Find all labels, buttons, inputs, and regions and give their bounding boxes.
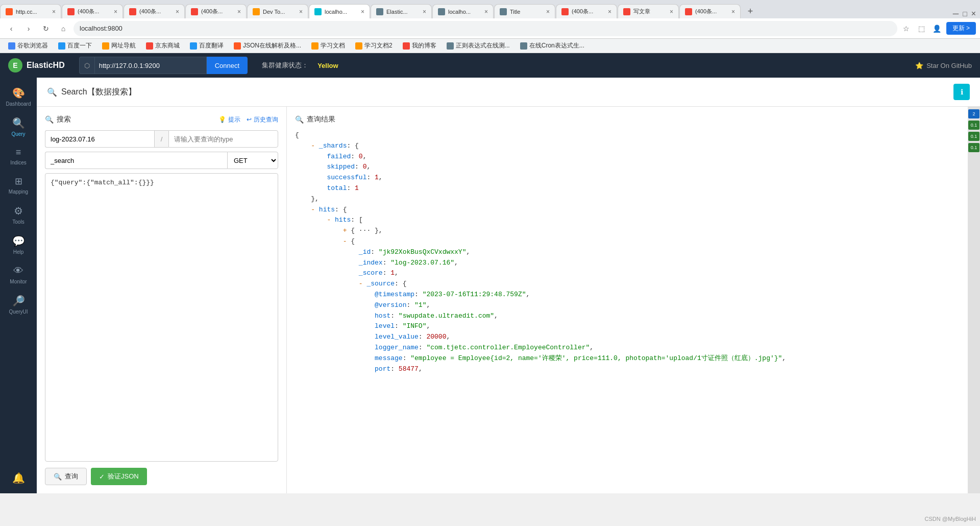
forward-button[interactable]: › [21, 21, 36, 36]
tab-close-1[interactable]: × [52, 8, 56, 15]
profile-icon[interactable]: 👤 [931, 22, 943, 35]
tab-close-5[interactable]: × [299, 8, 303, 15]
query-editor[interactable]: {"query":{"match_all":{}}} [45, 173, 278, 462]
sidebar-item-help[interactable]: 💬 Help [0, 230, 37, 260]
sidebar-label-query: Query [11, 131, 25, 137]
bookmark-nav[interactable]: 网址导航 [98, 40, 140, 51]
bookmark-json[interactable]: JSON在线解析及格... [230, 40, 305, 51]
bookmark-baidu[interactable]: 百度一下 [54, 40, 96, 51]
hint-link[interactable]: 💡 提示 [218, 115, 240, 124]
bookmark-docs1[interactable]: 学习文档 [307, 40, 349, 51]
tab-close-11[interactable]: × [670, 8, 673, 15]
tab-7[interactable]: Elastic... × [371, 4, 432, 18]
app: E ElasticHD ⬡ Connect 集群健康状态： Yellow ⭐ S… [0, 53, 980, 493]
mini-btn-4[interactable]: 0.1 [968, 143, 979, 152]
connect-button[interactable]: Connect [207, 57, 248, 74]
validate-json-button[interactable]: ✓ 验证JSON [91, 468, 147, 485]
mini-btn-1[interactable]: 2 [968, 109, 979, 118]
search-button[interactable]: 🔍 查询 [45, 468, 87, 485]
tab-close-10[interactable]: × [608, 8, 611, 15]
sidebar-item-monitor[interactable]: 👁 Monitor [0, 260, 37, 290]
index-input[interactable] [45, 130, 154, 148]
history-link[interactable]: ↩ 历史查询 [247, 115, 278, 124]
tab-favicon-12 [685, 8, 692, 15]
tab-close-7[interactable]: × [423, 8, 426, 15]
info-button[interactable]: ℹ [953, 84, 970, 100]
sidebar-label-mapping: Mapping [9, 189, 28, 195]
tab-favicon-8 [438, 8, 445, 15]
extension-icon[interactable]: ⬚ [916, 22, 928, 35]
sidebar-item-mapping[interactable]: ⊞ Mapping [0, 171, 37, 200]
bookmark-regex[interactable]: 正则表达式在线测... [443, 40, 514, 51]
tab-title-9: Title [510, 9, 544, 15]
bookmark-google[interactable]: 谷歌浏览器 [4, 40, 52, 51]
tab-close-9[interactable]: × [546, 8, 550, 15]
cluster-url-input[interactable] [94, 57, 207, 74]
reload-button[interactable]: ↻ [39, 21, 53, 36]
result-content: { - _shards: { failed: 0, skipped: 0, su… [295, 130, 960, 374]
bookmark-icon-google [8, 42, 15, 50]
minimize-button[interactable]: ─ [953, 9, 959, 18]
search-button-label: 查询 [65, 472, 78, 481]
search-label-icon: 🔍 [45, 115, 54, 124]
sidebar-item-queryui[interactable]: 🔎 QueryUI [0, 290, 37, 320]
mini-btn-3[interactable]: 0.1 [968, 132, 979, 141]
github-link[interactable]: ⭐ Star On GitHub [915, 62, 972, 69]
tab-close-4[interactable]: × [237, 8, 241, 15]
tab-6[interactable]: localho... × [309, 4, 370, 18]
sidebar-item-indices[interactable]: ≡ Indices [0, 142, 37, 171]
bookmark-cron[interactable]: 在线Cron表达式生... [516, 40, 589, 51]
tab-4[interactable]: (400条... × [185, 4, 247, 18]
sidebar-item-notification[interactable]: 🔔 [12, 467, 25, 489]
bookmark-blog[interactable]: 我的博客 [399, 40, 440, 51]
tab-2[interactable]: (400条... × [62, 4, 123, 18]
cluster-status-badge: Yellow [317, 62, 338, 69]
top-nav: E ElasticHD ⬡ Connect 集群健康状态： Yellow ⭐ S… [0, 53, 980, 78]
tab-9[interactable]: Title × [494, 4, 555, 18]
url-input[interactable]: localhost:9800 [74, 21, 897, 36]
bookmark-jd[interactable]: 京东商城 [142, 40, 184, 51]
type-input[interactable] [168, 130, 278, 148]
home-button[interactable]: ⌂ [56, 21, 70, 36]
bookmark-icon-cron [520, 42, 527, 50]
bookmark-translate[interactable]: 百度翻译 [186, 40, 228, 51]
tab-favicon-1 [6, 8, 13, 15]
logo: E ElasticHD [8, 58, 65, 73]
tab-close-12[interactable]: × [731, 8, 735, 15]
tab-title-6: localho... [325, 9, 359, 15]
main-layout: 🎨 Dashboard 🔍 Query ≡ Indices ⊞ Mapping … [0, 78, 980, 493]
sidebar-item-dashboard[interactable]: 🎨 Dashboard [0, 82, 37, 112]
sidebar-item-query[interactable]: 🔍 Query [0, 112, 37, 142]
mini-btn-2[interactable]: 0.1 [968, 121, 979, 130]
search-title-icon: 🔍 [47, 87, 57, 97]
queryui-icon: 🔎 [12, 295, 25, 307]
maximize-button[interactable]: □ [963, 10, 967, 18]
tab-8[interactable]: localho... × [432, 4, 494, 18]
sidebar-item-tools[interactable]: ⚙ Tools [0, 200, 37, 230]
tab-5[interactable]: Dev To... × [247, 4, 308, 18]
bookmarks-bar: 谷歌浏览器 百度一下 网址导航 京东商城 百度翻译 JSON在线解析及格... … [0, 39, 980, 53]
tab-1[interactable]: http.cc... × [0, 4, 61, 18]
method-select[interactable]: GET POST PUT DELETE [227, 152, 278, 169]
tab-3[interactable]: (400条... × [124, 4, 185, 18]
hint-icon: 💡 [218, 116, 226, 123]
tab-10[interactable]: (400条... × [556, 4, 617, 18]
close-button[interactable]: × [971, 9, 976, 18]
bookmark-star-icon[interactable]: ☆ [900, 22, 913, 35]
back-button[interactable]: ‹ [4, 21, 18, 36]
tab-close-2[interactable]: × [114, 8, 117, 15]
tab-11[interactable]: 写文章 × [618, 4, 679, 18]
bookmark-docs2[interactable]: 学习文档2 [351, 40, 397, 51]
search-button-icon: 🔍 [54, 473, 62, 481]
tab-close-8[interactable]: × [484, 8, 488, 15]
bookmark-icon-nav [102, 42, 109, 50]
endpoint-input[interactable] [45, 152, 227, 169]
tab-close-3[interactable]: × [176, 8, 179, 15]
tab-title-2: (400条... [78, 8, 112, 15]
tab-favicon-5 [253, 8, 260, 15]
tab-title-5: Dev To... [263, 9, 297, 15]
new-tab-button[interactable]: + [743, 4, 757, 18]
tab-12[interactable]: (400条... × [679, 4, 741, 18]
tab-close-6[interactable]: × [361, 8, 364, 15]
update-button[interactable]: 更新 > [946, 22, 976, 35]
